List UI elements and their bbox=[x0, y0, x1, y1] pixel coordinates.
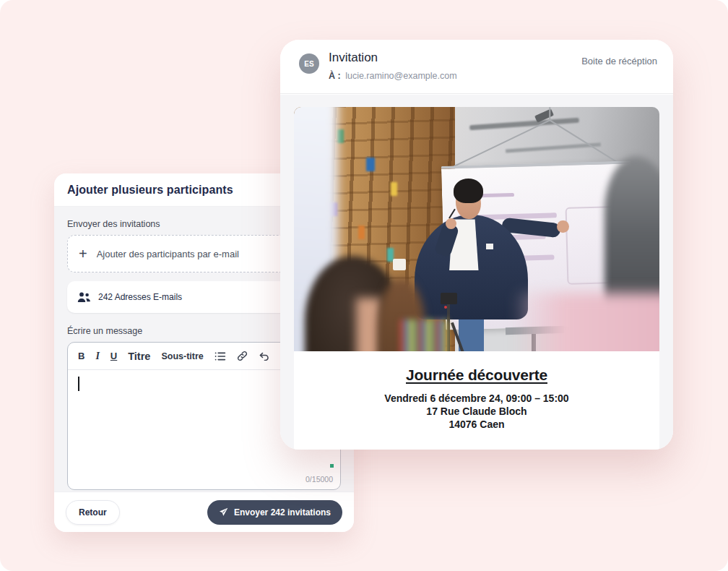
bullet-list-icon[interactable] bbox=[214, 351, 226, 361]
recipient-email: lucie.ramino@example.com bbox=[345, 71, 456, 81]
email-titles: Invitation À : lucie.ramino@example.com bbox=[329, 51, 457, 81]
event-title: Journée découverte bbox=[294, 366, 659, 384]
users-icon bbox=[77, 292, 91, 303]
plus-icon: + bbox=[79, 246, 87, 261]
email-subject: Invitation bbox=[329, 51, 457, 65]
recipient-prefix: À : bbox=[329, 71, 341, 81]
photo-presenter-hand bbox=[557, 220, 568, 233]
back-button-label: Retour bbox=[79, 507, 107, 518]
photo-pocket-square bbox=[486, 244, 493, 249]
event-city: 14076 Caen bbox=[294, 418, 659, 431]
send-icon bbox=[219, 507, 228, 517]
title-format-button[interactable]: Titre bbox=[128, 351, 150, 362]
send-button-label: Envoyer 242 invitations bbox=[234, 507, 331, 518]
bold-button[interactable]: B bbox=[78, 351, 84, 361]
email-preview-card: ES Invitation À : lucie.ramino@example.c… bbox=[280, 40, 673, 450]
event-details: Journée découverte Vendredi 6 décembre 2… bbox=[294, 351, 659, 450]
subtitle-format-button[interactable]: Sous-titre bbox=[161, 351, 203, 361]
app-background: Ajouter plusieurs participants Envoyer d… bbox=[0, 0, 728, 571]
photo-foreground-shoulder bbox=[514, 293, 659, 351]
send-invitations-button[interactable]: Envoyer 242 invitations bbox=[207, 500, 342, 525]
photo-camera bbox=[441, 293, 456, 304]
folder-label: Boite de récéption bbox=[581, 56, 657, 66]
event-street: 17 Rue Claude Bloch bbox=[294, 405, 659, 418]
avatar: ES bbox=[299, 53, 319, 74]
email-header: ES Invitation À : lucie.ramino@example.c… bbox=[280, 40, 673, 94]
email-body: Journée découverte Vendredi 6 décembre 2… bbox=[280, 95, 673, 450]
page-title: Ajouter plusieurs participants bbox=[67, 184, 233, 197]
addresses-count-label: 242 Adresses E-mails bbox=[98, 292, 182, 302]
event-info: Vendredi 6 décembre 24, 09:00 – 15:00 17… bbox=[294, 392, 659, 432]
link-icon[interactable] bbox=[237, 351, 248, 361]
add-participants-label: Ajouter des participants par e-mail bbox=[97, 249, 239, 259]
event-schedule: Vendredi 6 décembre 24, 09:00 – 15:00 bbox=[294, 392, 659, 405]
text-cursor bbox=[78, 377, 79, 391]
italic-button[interactable]: I bbox=[95, 351, 99, 362]
recipient-line: À : lucie.ramino@example.com bbox=[329, 71, 457, 81]
underline-button[interactable]: U bbox=[110, 351, 117, 361]
photo-presenter-hair bbox=[454, 179, 483, 203]
undo-icon[interactable] bbox=[259, 351, 269, 361]
resize-handle[interactable] bbox=[330, 464, 334, 468]
char-counter: 0/15000 bbox=[306, 475, 333, 484]
event-photo bbox=[294, 107, 659, 351]
card-footer: Retour Envoyer 242 invitations bbox=[54, 491, 354, 532]
back-button[interactable]: Retour bbox=[66, 500, 120, 525]
photo-foreground-books bbox=[400, 319, 448, 351]
